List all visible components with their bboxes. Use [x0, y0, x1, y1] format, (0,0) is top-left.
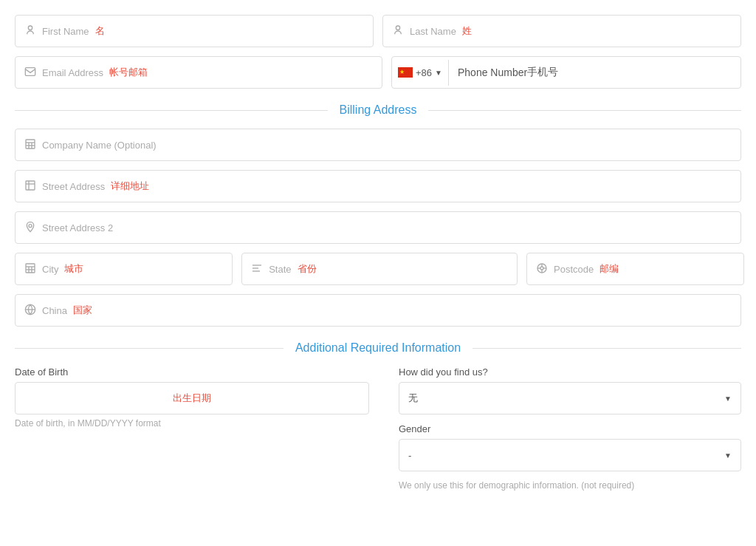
china-flag-icon [398, 67, 413, 78]
gender-value: - [408, 450, 411, 461]
country-row: China 国家 [15, 294, 741, 327]
dob-container: Date of Birth 出生日期 Date of birth, in MM/… [15, 366, 369, 491]
phone-country-code: +86 [416, 67, 432, 78]
gender-select[interactable]: - ▼ [399, 439, 741, 471]
how-find-value: 无 [408, 392, 418, 405]
additional-info-row: Date of Birth 出生日期 Date of birth, in MM/… [15, 366, 741, 491]
additional-section-title: Additional Required Information [284, 341, 472, 355]
postcode-value: 邮编 [599, 262, 619, 276]
street1-field[interactable]: Street Address 详细地址 [15, 170, 741, 202]
first-name-field[interactable]: First Name 名 [15, 15, 374, 47]
street1-row: Street Address 详细地址 [15, 170, 741, 202]
pin-icon [24, 221, 36, 235]
street-icon [24, 180, 36, 194]
dob-hint: Date of birth, in MM/DD/YYYY format [15, 418, 369, 429]
dob-field[interactable]: 出生日期 [15, 382, 369, 414]
email-value: 帐号邮箱 [109, 66, 148, 79]
city-state-post-row: City 城市 State 省份 Postcode 邮编 [15, 253, 741, 285]
gender-hint: We only use this for demographic informa… [399, 480, 741, 491]
first-name-value: 名 [95, 24, 105, 38]
last-name-value: 姓 [462, 24, 472, 38]
postcode-placeholder: Postcode [554, 264, 594, 275]
phone-country-selector[interactable]: +86 ▼ [392, 60, 449, 86]
state-placeholder: State [269, 264, 291, 275]
svg-rect-2 [25, 67, 35, 75]
svg-point-1 [396, 26, 399, 30]
state-value: 省份 [298, 262, 317, 276]
email-icon [24, 66, 36, 80]
how-find-label: How did you find us? [399, 366, 741, 378]
city-placeholder: City [42, 264, 58, 275]
last-name-placeholder: Last Name [410, 26, 456, 37]
person-icon-2 [392, 24, 404, 38]
dob-label: Date of Birth [15, 366, 369, 378]
person-icon [24, 24, 36, 38]
email-field[interactable]: Email Address 帐号邮箱 [15, 56, 382, 89]
city-field[interactable]: City 城市 [15, 253, 233, 285]
billing-section-title: Billing Address [328, 103, 429, 117]
svg-rect-12 [26, 264, 35, 273]
last-name-field[interactable]: Last Name 姓 [382, 15, 741, 47]
svg-point-21 [540, 267, 543, 270]
svg-point-11 [29, 224, 32, 227]
building-icon [24, 138, 36, 152]
svg-rect-8 [26, 181, 35, 190]
state-field[interactable]: State 省份 [241, 253, 518, 285]
street2-row: Street Address 2 [15, 211, 741, 244]
street2-placeholder: Street Address 2 [42, 222, 113, 233]
first-name-placeholder: First Name [42, 26, 89, 37]
company-row: Company Name (Optional) [15, 129, 741, 161]
phone-value: 手机号 [527, 66, 558, 79]
globe-icon [24, 304, 36, 318]
how-find-gender-container: How did you find us? 无 ▼ Gender - ▼ We o… [399, 366, 741, 491]
country-placeholder: China [42, 305, 67, 316]
postcode-field[interactable]: Postcode 邮编 [526, 253, 744, 285]
company-field[interactable]: Company Name (Optional) [15, 129, 741, 161]
how-find-arrow-icon: ▼ [724, 395, 732, 403]
phone-placeholder: Phone Number [458, 66, 527, 78]
street1-placeholder: Street Address [42, 181, 105, 192]
state-icon [251, 262, 263, 276]
email-placeholder: Email Address [42, 67, 103, 78]
country-field[interactable]: China 国家 [15, 294, 741, 327]
phone-field[interactable]: +86 ▼ Phone Number 手机号 [391, 56, 741, 89]
street2-field[interactable]: Street Address 2 [15, 211, 741, 244]
postcode-icon [536, 262, 548, 276]
email-phone-row: Email Address 帐号邮箱 +86 ▼ Phone Number 手机… [15, 56, 741, 89]
billing-address-divider: Billing Address [15, 103, 741, 117]
company-placeholder: Company Name (Optional) [42, 140, 157, 151]
country-value: 国家 [73, 304, 92, 317]
dob-value: 出生日期 [173, 392, 211, 405]
gender-arrow-icon: ▼ [724, 451, 732, 460]
name-row: First Name 名 Last Name 姓 [15, 15, 741, 47]
gender-label: Gender [399, 423, 741, 434]
city-value: 城市 [64, 262, 83, 276]
svg-point-0 [28, 26, 32, 30]
city-icon [24, 262, 36, 276]
additional-info-divider: Additional Required Information [15, 341, 741, 355]
svg-rect-3 [26, 140, 35, 149]
street1-value: 详细地址 [111, 180, 149, 193]
how-find-select[interactable]: 无 ▼ [399, 382, 741, 414]
phone-input-area[interactable]: Phone Number 手机号 [449, 58, 740, 86]
phone-dropdown-arrow-icon: ▼ [435, 69, 442, 77]
